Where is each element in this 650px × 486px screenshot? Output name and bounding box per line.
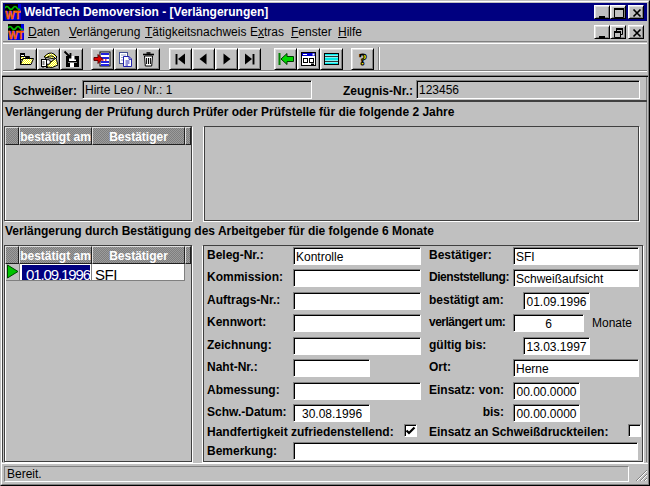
svg-text:WT: WT	[8, 30, 24, 40]
svg-text:?: ?	[359, 50, 368, 68]
svg-text:WT: WT	[5, 10, 21, 20]
